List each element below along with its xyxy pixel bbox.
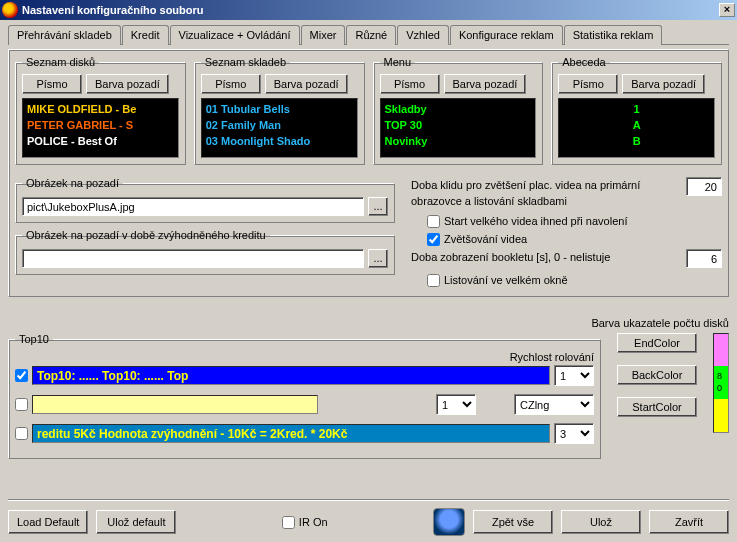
close-button[interactable]: Zavřít xyxy=(649,510,729,534)
bgimg-credit-input[interactable] xyxy=(22,249,364,268)
tracks-preview: 01 Tubular Bells 02 Family Man 03 Moonli… xyxy=(201,98,358,158)
bgimg-credit-legend: Obrázek na pozadí v době zvýhodněného kr… xyxy=(22,229,270,241)
booklet-label: Doba zobrazení bookletu [s], 0 - nelistu… xyxy=(411,249,678,265)
load-default-button[interactable]: Load Default xyxy=(8,510,88,534)
bgimg-credit-browse-button[interactable]: ... xyxy=(368,249,388,268)
save-default-button[interactable]: Ulož default xyxy=(96,510,176,534)
top10-row2-bar[interactable] xyxy=(32,395,318,414)
top10-row1-check[interactable] xyxy=(15,369,28,382)
tab-credit[interactable]: Kredit xyxy=(122,25,169,45)
window-title: Nastavení konfiguračního souboru xyxy=(22,4,204,16)
idle-label: Doba klidu pro zvětšení plac. videa na p… xyxy=(411,177,678,209)
back-all-button[interactable]: Zpět vše xyxy=(473,510,553,534)
disks-bg-button[interactable]: Barva pozadí xyxy=(86,74,169,94)
tab-appearance[interactable]: Vzhled xyxy=(397,25,449,45)
top10-row1-bar[interactable]: Top10: ...... Top10: ...... Top xyxy=(32,366,550,385)
menu-legend: Menu xyxy=(380,56,416,68)
zoom-video-checkbox[interactable]: Zvětšování videa xyxy=(427,231,722,247)
disk-count-gradient: 8 0 xyxy=(713,333,729,433)
abc-preview: 1 A B xyxy=(558,98,715,158)
menu-bg-button[interactable]: Barva pozadí xyxy=(444,74,527,94)
top10-row2-speed[interactable]: 1 xyxy=(436,394,476,415)
save-button[interactable]: Ulož xyxy=(561,510,641,534)
top10-legend: Top10 xyxy=(15,333,53,345)
big-window-checkbox[interactable]: Listování ve velkém okně xyxy=(427,272,722,288)
tab-misc[interactable]: Různé xyxy=(346,25,396,45)
abc-legend: Abeceda xyxy=(558,56,609,68)
abc-bg-button[interactable]: Barva pozadí xyxy=(622,74,705,94)
tracks-font-button[interactable]: Písmo xyxy=(201,74,261,94)
bgimg-browse-button[interactable]: ... xyxy=(368,197,388,216)
startcolor-button[interactable]: StartColor xyxy=(617,397,697,417)
tab-mixer[interactable]: Mixer xyxy=(301,25,346,45)
disks-legend: Seznam disků xyxy=(22,56,99,68)
tab-strip: Přehrávání skladeb Kredit Vizualizace + … xyxy=(8,24,729,45)
tab-visual[interactable]: Vizualizace + Ovládání xyxy=(170,25,300,45)
lang-select[interactable]: CZlng xyxy=(514,394,594,415)
bgimg-input[interactable] xyxy=(22,197,364,216)
tracks-legend: Seznam skladeb xyxy=(201,56,290,68)
keyboard-icon[interactable] xyxy=(433,508,465,536)
tracks-bg-button[interactable]: Barva pozadí xyxy=(265,74,348,94)
top10-row2-check[interactable] xyxy=(15,398,28,411)
bgimg-legend: Obrázek na pozadí xyxy=(22,177,123,189)
app-icon xyxy=(2,2,18,18)
tab-playback[interactable]: Přehrávání skladeb xyxy=(8,25,121,45)
top10-row3-check[interactable] xyxy=(15,427,28,440)
disks-preview: MIKE OLDFIELD - Be PETER GABRIEL - S POL… xyxy=(22,98,179,158)
idle-input[interactable] xyxy=(686,177,722,196)
endcolor-button[interactable]: EndColor xyxy=(617,333,697,353)
menu-preview: Skladby TOP 30 Novinky xyxy=(380,98,537,158)
close-icon[interactable]: × xyxy=(719,3,735,17)
color-indicator-label: Barva ukazatele počtu disků xyxy=(8,317,729,329)
scroll-speed-label: Rychlost rolování xyxy=(15,351,594,363)
menu-font-button[interactable]: Písmo xyxy=(380,74,440,94)
disks-font-button[interactable]: Písmo xyxy=(22,74,82,94)
backcolor-button[interactable]: BackColor xyxy=(617,365,697,385)
booklet-input[interactable] xyxy=(686,249,722,268)
top10-row3-speed[interactable]: 3 xyxy=(554,423,594,444)
tab-ads-config[interactable]: Konfigurace reklam xyxy=(450,25,563,45)
ir-on-checkbox[interactable]: IR On xyxy=(282,516,328,529)
tab-ads-stats[interactable]: Statistika reklam xyxy=(564,25,663,45)
top10-row3-bar[interactable]: reditu 5Kč Hodnota zvýhodnění - 10Kč = 2… xyxy=(32,424,550,443)
abc-font-button[interactable]: Písmo xyxy=(558,74,618,94)
start-video-checkbox[interactable]: Start velkého videa ihned při navolení xyxy=(427,213,722,229)
top10-row1-speed[interactable]: 1 xyxy=(554,365,594,386)
